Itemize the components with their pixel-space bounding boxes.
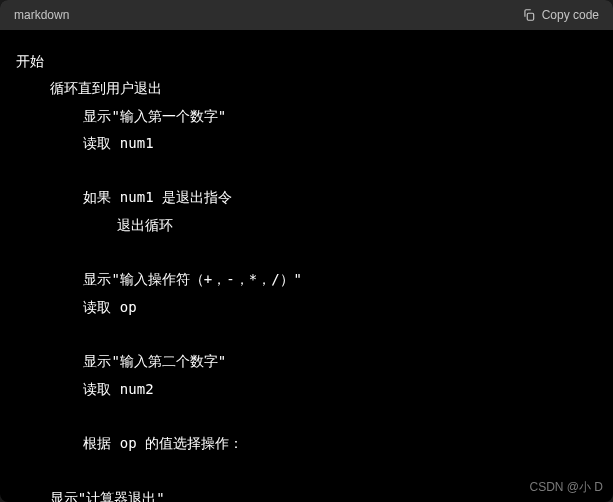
code-line: 显示"计算器退出" (16, 490, 165, 502)
code-line: 显示"输入第二个数字" (16, 353, 226, 369)
code-block-container: markdown Copy code 开始 循环直到用户退出 显示"输入第一个数… (0, 0, 613, 502)
svg-rect-0 (527, 13, 533, 20)
code-header: markdown Copy code (0, 0, 613, 30)
code-line: 循环直到用户退出 (16, 80, 162, 96)
code-line: 开始 (16, 53, 44, 69)
copy-label: Copy code (542, 8, 599, 22)
code-line: 退出循环 (16, 217, 173, 233)
language-label: markdown (14, 8, 69, 22)
code-line: 显示"输入操作符（+，-，*，/）" (16, 271, 302, 287)
watermark: CSDN @小 D (529, 479, 603, 496)
copy-code-button[interactable]: Copy code (522, 8, 599, 22)
code-content[interactable]: 开始 循环直到用户退出 显示"输入第一个数字" 读取 num1 如果 num1 … (0, 30, 613, 502)
clipboard-icon (522, 8, 536, 22)
code-line: 如果 num1 是退出指令 (16, 189, 232, 205)
code-line: 读取 num2 (16, 381, 154, 397)
code-line: 读取 num1 (16, 135, 154, 151)
code-line: 读取 op (16, 299, 137, 315)
code-line: 根据 op 的值选择操作： (16, 435, 243, 451)
code-line: 显示"输入第一个数字" (16, 108, 226, 124)
